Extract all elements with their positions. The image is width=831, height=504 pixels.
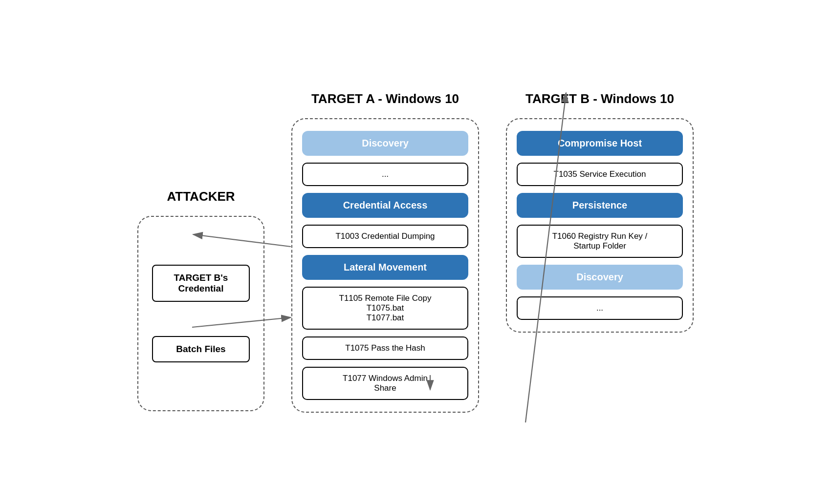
diagram-wrapper: ATTACKER TARGET B'sCredential Batch File… — [0, 0, 831, 504]
attacker-column: ATTACKER TARGET B'sCredential Batch File… — [137, 189, 264, 411]
compromise-host-label: Compromise Host — [558, 138, 642, 148]
target-b-title: TARGET B - Windows 10 — [525, 91, 674, 106]
target-a-title: TARGET A - Windows 10 — [311, 91, 459, 106]
discovery-b-box: Discovery — [517, 265, 683, 290]
credential-access-label: Credential Access — [343, 200, 428, 210]
t1003-box: T1003 Credential Dumping — [302, 225, 468, 248]
discovery-a-box: Discovery — [302, 131, 468, 156]
t1105-box: T1105 Remote File CopyT1075.batT1077.bat — [302, 287, 468, 330]
t1077-box: T1077 Windows AdminShare — [302, 367, 468, 400]
columns-row: ATTACKER TARGET B'sCredential Batch File… — [137, 91, 694, 413]
discovery-b-label: Discovery — [576, 272, 623, 282]
t1077-label: T1077 Windows AdminShare — [343, 374, 428, 393]
ellipsis-b-label: ... — [596, 303, 603, 313]
ellipsis-b-box: ... — [517, 296, 683, 320]
credential-box: TARGET B'sCredential — [152, 265, 250, 302]
t1075-box: T1075 Pass the Hash — [302, 336, 468, 360]
t1003-label: T1003 Credential Dumping — [335, 231, 435, 241]
t1060-label: T1060 Registry Run Key /Startup Folder — [552, 231, 648, 251]
t1075-label: T1075 Pass the Hash — [345, 343, 425, 353]
target-b-column: TARGET B - Windows 10 Compromise Host T1… — [506, 91, 694, 333]
t1035-box: T1035 Service Execution — [517, 163, 683, 186]
t1105-label: T1105 Remote File CopyT1075.batT1077.bat — [339, 294, 432, 322]
compromise-host-box: Compromise Host — [517, 131, 683, 156]
batchfiles-label: Batch Files — [176, 344, 225, 354]
batchfiles-box: Batch Files — [152, 336, 250, 362]
target-a-dashed-box: Discovery ... Credential Access T1003 Cr… — [291, 118, 479, 413]
discovery-a-label: Discovery — [362, 138, 409, 148]
persistence-label: Persistence — [572, 200, 627, 210]
ellipsis-a-label: ... — [382, 169, 389, 179]
ellipsis-a-box: ... — [302, 163, 468, 186]
credential-access-box: Credential Access — [302, 193, 468, 218]
t1035-label: T1035 Service Execution — [554, 169, 646, 179]
t1060-box: T1060 Registry Run Key /Startup Folder — [517, 225, 683, 258]
lateral-movement-box: Lateral Movement — [302, 255, 468, 280]
lateral-movement-label: Lateral Movement — [344, 262, 427, 273]
attacker-title: ATTACKER — [167, 189, 235, 204]
target-b-dashed-box: Compromise Host T1035 Service Execution … — [506, 118, 694, 333]
target-a-column: TARGET A - Windows 10 Discovery ... Cred… — [291, 91, 479, 413]
credential-label: TARGET B'sCredential — [174, 273, 228, 294]
attacker-dashed-box: TARGET B'sCredential Batch Files — [137, 216, 264, 411]
persistence-box: Persistence — [517, 193, 683, 218]
